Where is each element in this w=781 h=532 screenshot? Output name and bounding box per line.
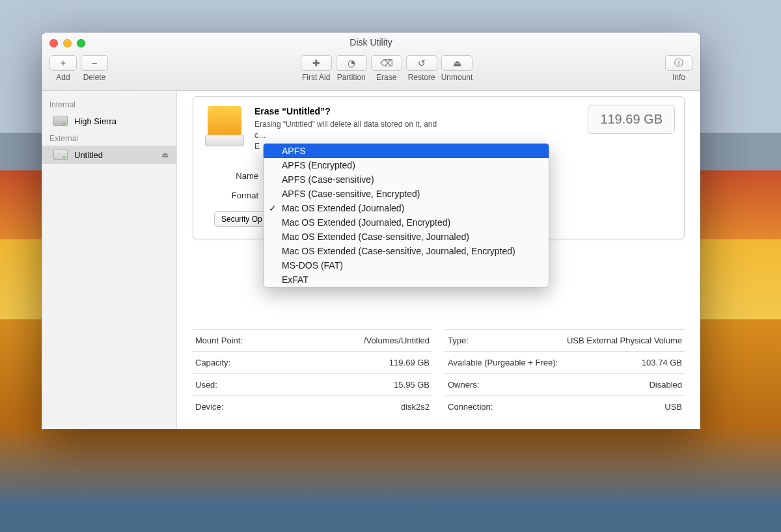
- internal-disk-icon: [53, 116, 68, 126]
- sidebar-item-label: Untitled: [74, 150, 103, 160]
- detail-row: Connection:USB: [445, 396, 685, 418]
- details-right: Type:USB External Physical Volume Availa…: [445, 329, 685, 418]
- window-title: Disk Utility: [42, 33, 700, 47]
- capacity-badge: 119.69 GB: [588, 105, 675, 134]
- detail-row: Owners:Disabled: [445, 374, 685, 396]
- format-option[interactable]: ✓Mac OS Extended (Journaled): [264, 201, 549, 215]
- add-volume-button[interactable]: ＋ Add: [49, 55, 77, 82]
- detail-row: Type:USB External Physical Volume: [445, 330, 685, 352]
- unmount-button[interactable]: ⏏ Unmount: [441, 55, 473, 82]
- erase-description-2: c…: [254, 130, 437, 141]
- fullscreen-button[interactable]: [77, 39, 85, 47]
- erase-button[interactable]: ⌫ Erase: [371, 55, 402, 82]
- sidebar-item-label: High Sierra: [74, 116, 116, 126]
- sidebar-item-high-sierra[interactable]: High Sierra: [42, 112, 176, 130]
- titlebar: Disk Utility ＋ Add − Delete ✚ First Aid: [42, 33, 700, 91]
- format-option[interactable]: APFS (Encrypted): [264, 158, 549, 172]
- format-option[interactable]: Mac OS Extended (Case-sensitive, Journal…: [264, 244, 549, 258]
- plus-icon: ＋: [59, 57, 68, 69]
- window-controls: [49, 39, 85, 47]
- detail-row: Available (Purgeable + Free):103.74 GB: [445, 352, 685, 374]
- format-option[interactable]: ExFAT: [264, 273, 549, 287]
- close-button[interactable]: [49, 39, 58, 47]
- minimize-button[interactable]: [63, 39, 72, 47]
- eject-icon[interactable]: ⏏: [161, 150, 169, 159]
- disk-utility-window: Disk Utility ＋ Add − Delete ✚ First Aid: [42, 33, 700, 429]
- security-options-button[interactable]: Security Op: [214, 211, 269, 227]
- check-icon: ✓: [269, 201, 277, 215]
- format-option[interactable]: APFS (Case-sensitive, Encrypted): [264, 187, 549, 201]
- restore-button[interactable]: ↺ Restore: [406, 55, 437, 82]
- erase-description: Erasing “Untitled” will delete all data …: [254, 119, 437, 130]
- sidebar-section-external: External: [42, 130, 176, 146]
- format-option[interactable]: MS-DOS (FAT): [264, 258, 549, 273]
- sidebar: Internal High Sierra External Untitled ⏏: [42, 91, 177, 429]
- format-option[interactable]: Mac OS Extended (Case-sensitive, Journal…: [264, 230, 549, 244]
- detail-row: Mount Point:/Volumes/Untitled: [193, 330, 432, 352]
- detail-row: Capacity:119.69 GB: [193, 352, 432, 374]
- pie-icon: ◔: [348, 58, 355, 68]
- drive-icon: [205, 106, 244, 148]
- name-label: Name: [205, 171, 265, 181]
- minus-icon: −: [92, 58, 97, 68]
- erase-heading: Erase “Untitled”?: [254, 106, 437, 116]
- toolbar: ＋ Add − Delete ✚ First Aid ◔ Partition: [42, 53, 700, 90]
- sidebar-item-untitled[interactable]: Untitled ⏏: [42, 146, 176, 164]
- partition-button[interactable]: ◔ Partition: [336, 55, 367, 82]
- stethoscope-icon: ✚: [312, 58, 320, 68]
- eject-icon: ⏏: [453, 58, 461, 68]
- erase-icon: ⌫: [380, 58, 393, 68]
- delete-volume-button[interactable]: − Delete: [81, 55, 108, 82]
- sidebar-section-internal: Internal: [42, 96, 176, 112]
- first-aid-button[interactable]: ✚ First Aid: [301, 55, 332, 82]
- restore-icon: ↺: [418, 58, 426, 68]
- volume-details: Mount Point:/Volumes/Untitled Capacity:1…: [193, 329, 685, 418]
- info-icon: ⓘ: [674, 57, 683, 69]
- detail-row: Used:15.95 GB: [193, 374, 432, 396]
- format-option[interactable]: APFS (Case-sensitive): [264, 172, 549, 187]
- format-label: Format: [205, 191, 265, 200]
- format-dropdown-menu: APFS APFS (Encrypted) APFS (Case-sensiti…: [263, 143, 549, 287]
- format-option[interactable]: APFS: [264, 144, 549, 158]
- format-option[interactable]: Mac OS Extended (Journaled, Encrypted): [264, 215, 549, 230]
- details-left: Mount Point:/Volumes/Untitled Capacity:1…: [193, 329, 432, 418]
- detail-row: Device:disk2s2: [193, 396, 432, 418]
- info-button[interactable]: ⓘ Info: [665, 55, 692, 82]
- external-disk-icon: [53, 150, 68, 160]
